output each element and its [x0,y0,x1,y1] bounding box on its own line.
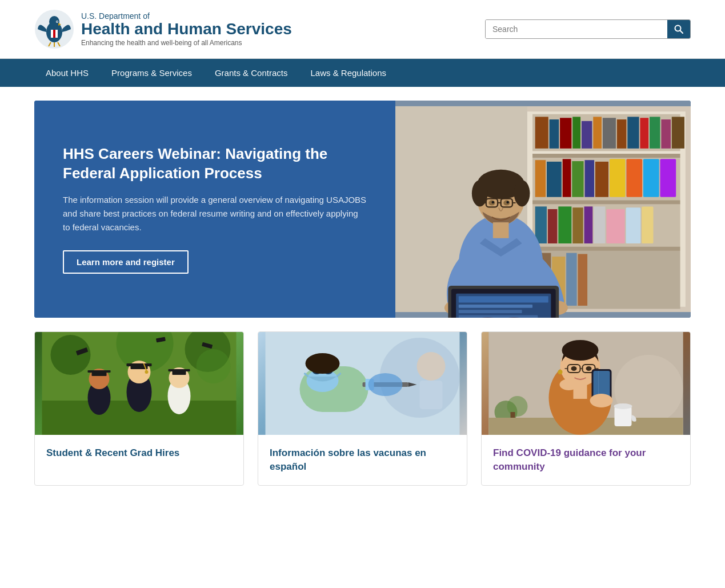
svg-rect-75 [493,222,509,238]
svg-point-153 [560,379,578,390]
svg-rect-109 [169,369,190,371]
search-area [485,19,691,39]
svg-rect-28 [650,117,660,148]
svg-point-5 [57,21,58,22]
search-button[interactable] [667,20,690,38]
svg-point-148 [558,370,563,374]
svg-point-132 [507,396,528,417]
hhs-logo-icon [34,9,74,49]
svg-rect-45 [535,206,547,243]
svg-point-146 [586,366,592,371]
logo-text: U.S. Department of Health and Human Serv… [81,11,292,47]
nav-bar: About HHS Programs & Services Grants & C… [0,59,725,87]
svg-rect-84 [459,315,538,318]
svg-point-73 [491,201,494,204]
hero-description: The information session will provide a g… [63,193,367,234]
svg-rect-58 [566,253,576,306]
svg-rect-23 [593,117,602,148]
nav-item-grants-contracts[interactable]: Grants & Contracts [203,59,299,87]
card-covid-body: Find COVID-19 guidance for your communit… [482,435,690,485]
hero-illustration [395,101,691,318]
svg-rect-30 [672,117,684,148]
svg-rect-34 [547,162,562,197]
svg-rect-54 [532,247,680,251]
svg-rect-49 [584,206,592,243]
hero-title: HHS Careers Webinar: Navigating the Fede… [63,145,367,183]
card-vacunas: Información sobre las vacunas en español [258,331,467,486]
svg-rect-81 [459,296,548,302]
hero-image [395,101,691,318]
nav-item-laws-regulations[interactable]: Laws & Regulations [299,59,398,87]
svg-rect-46 [548,209,558,243]
svg-rect-25 [617,119,627,149]
svg-rect-26 [627,117,639,148]
svg-rect-10 [51,30,53,38]
svg-rect-135 [615,406,632,426]
svg-rect-24 [603,118,616,149]
card-image-vacc [258,332,467,435]
hero-banner: HHS Careers Webinar: Navigating the Fede… [34,101,691,318]
svg-point-145 [571,366,577,371]
hero-content: HHS Careers Webinar: Navigating the Fede… [34,101,395,318]
svg-point-91 [51,335,91,375]
svg-rect-105 [88,370,111,373]
svg-rect-42 [660,159,676,197]
nav-item-about-hhs[interactable]: About HHS [34,59,100,87]
svg-point-127 [306,353,340,374]
svg-point-120 [417,352,446,381]
svg-rect-48 [572,207,583,243]
svg-rect-18 [535,117,548,148]
tagline: Enhancing the health and well-being of a… [81,39,292,47]
card-student-grads: Student & Recent Grad Hires [34,331,244,486]
svg-rect-33 [535,160,546,197]
card-vacunas-body: Información sobre las vacunas en español [258,435,467,485]
svg-line-14 [680,31,683,34]
svg-point-101 [145,370,149,374]
search-input[interactable] [486,20,667,38]
svg-rect-29 [661,119,671,149]
svg-rect-12 [55,30,58,38]
card-covid: Find COVID-19 guidance for your communit… [481,331,691,486]
svg-rect-59 [578,254,587,305]
svg-rect-19 [550,119,559,149]
svg-rect-35 [563,159,571,197]
search-icon [674,25,683,34]
svg-rect-37 [584,160,594,197]
svg-point-94 [197,349,231,383]
cards-section: Student & Recent Grad Hires [34,331,691,486]
svg-rect-20 [560,118,571,149]
hero-cta-button[interactable]: Learn more and register [63,250,189,274]
svg-rect-82 [459,305,532,308]
svg-rect-52 [626,207,640,243]
svg-point-74 [506,201,509,204]
org-name: Health and Human Services [81,21,292,38]
svg-rect-21 [572,117,580,148]
logo-area: U.S. Department of Health and Human Serv… [34,9,292,49]
svg-rect-83 [459,310,522,313]
card-vacunas-title[interactable]: Información sobre las vacunas en español [270,446,455,474]
svg-rect-41 [643,159,659,197]
svg-rect-31 [532,154,680,158]
svg-point-136 [614,403,632,409]
svg-rect-11 [53,30,55,38]
card-student-body: Student & Recent Grad Hires [35,435,243,471]
search-box [485,19,691,39]
svg-point-139 [562,340,599,361]
svg-rect-36 [572,161,583,197]
card-covid-title[interactable]: Find COVID-19 guidance for your communit… [493,446,679,474]
card-student-title[interactable]: Student & Recent Grad Hires [46,446,232,460]
svg-rect-121 [420,381,443,409]
nav-item-programs-services[interactable]: Programs & Services [100,59,203,87]
svg-rect-50 [594,206,605,243]
card-image-covid [482,332,690,435]
site-header: U.S. Department of Health and Human Serv… [0,0,725,59]
svg-rect-99 [127,363,152,366]
svg-point-152 [590,394,613,407]
svg-rect-22 [582,121,592,149]
svg-rect-53 [642,206,653,243]
dept-label: U.S. Department of [81,11,292,21]
svg-rect-43 [532,200,680,204]
svg-point-65 [514,180,530,206]
svg-rect-38 [595,162,608,197]
svg-rect-47 [558,206,571,243]
